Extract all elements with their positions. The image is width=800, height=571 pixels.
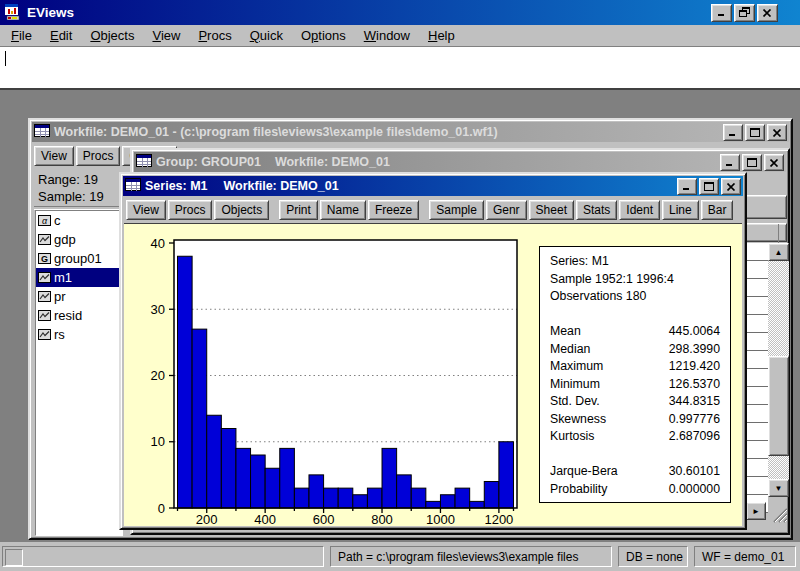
close-icon	[727, 179, 736, 194]
group-close-button[interactable]	[764, 154, 784, 171]
toolbar-button-bar[interactable]: Bar	[701, 200, 734, 220]
group-column-header-fragment	[745, 223, 787, 242]
scrollbar-thumb[interactable]	[768, 356, 789, 456]
group-toolbar-button-fragment[interactable]	[745, 195, 787, 219]
toolbar-button-objects[interactable]: Objects	[214, 200, 269, 220]
svg-text:30: 30	[151, 302, 165, 317]
object-item-label: resid	[54, 308, 82, 323]
app-title: EViews	[27, 5, 74, 20]
series-icon	[38, 329, 51, 340]
object-item-label: gdp	[54, 232, 76, 247]
workfile-maximize-button[interactable]	[745, 124, 765, 141]
workfile-minimize-button[interactable]	[723, 124, 743, 141]
series-minimize-button[interactable]	[677, 178, 697, 195]
toolbar-button-genr[interactable]: Genr	[486, 200, 527, 220]
group-title-bar[interactable]: Group: GROUP01 Workfile: DEMO_01	[134, 152, 786, 172]
group-title-object: Group: GROUP01	[156, 155, 261, 169]
series-content: 01020304020040060080010001200 Series: M1…	[124, 223, 742, 526]
minimize-button[interactable]	[711, 4, 732, 22]
group-spreadsheet-cells-fragment[interactable]	[746, 243, 768, 513]
series-icon	[38, 234, 51, 245]
minimize-icon	[728, 125, 738, 140]
object-item-group01[interactable]: Ggroup01	[36, 249, 122, 268]
object-item-pr[interactable]: pr	[36, 287, 122, 306]
toolbar-button-print[interactable]: Print	[279, 200, 318, 220]
workfile-sample-label: Sample: 19	[38, 189, 104, 204]
toolbar-button-view[interactable]: View	[126, 200, 166, 220]
toolbar-button-procs[interactable]: Procs	[168, 200, 213, 220]
resize-grip-icon[interactable]	[771, 506, 788, 526]
menu-item-view[interactable]: View	[143, 26, 189, 45]
object-item-resid[interactable]: resid	[36, 306, 122, 325]
spreadsheet-row	[747, 243, 768, 261]
group-maximize-button[interactable]	[742, 154, 762, 171]
group-vertical-scrollbar[interactable]: ▲ ▼	[768, 243, 789, 497]
toolbar-group: ViewProcsObjects	[126, 200, 269, 220]
eviews-app-icon[interactable]	[4, 3, 22, 23]
scroll-down-button[interactable]: ▼	[768, 479, 789, 497]
toolbar-button-sheet[interactable]: Sheet	[529, 200, 574, 220]
spreadsheet-row	[747, 261, 768, 279]
restore-button[interactable]	[734, 4, 755, 22]
series-maximize-button[interactable]	[699, 178, 719, 195]
object-item-m1[interactable]: m1	[36, 268, 122, 287]
workfile-close-button[interactable]	[767, 124, 787, 141]
toolbar-group: PrintNameFreeze	[279, 200, 419, 220]
spreadsheet-row	[747, 459, 768, 477]
series-icon	[38, 291, 51, 302]
menu-item-edit[interactable]: Edit	[41, 26, 81, 45]
stat-label: Maximum	[550, 358, 603, 376]
menu-item-file[interactable]: File	[2, 26, 41, 45]
toolbar-button-ident[interactable]: Ident	[619, 200, 660, 220]
group-minimize-button[interactable]	[720, 154, 740, 171]
object-item-gdp[interactable]: gdp	[36, 230, 122, 249]
scroll-right-button[interactable]: ►	[746, 502, 766, 520]
toolbar-button-line[interactable]: Line	[662, 200, 699, 220]
scroll-up-button[interactable]: ▲	[768, 243, 789, 261]
stat-row: Median298.3990	[550, 341, 720, 359]
stat-value: 298.3990	[669, 341, 720, 359]
status-left-box	[5, 549, 23, 566]
workfile-title: Workfile: DEMO_01 - (c:\program files\ev…	[54, 125, 498, 139]
menu-item-help[interactable]: Help	[419, 26, 464, 45]
workfile-title-bar[interactable]: Workfile: DEMO_01 - (c:\program files\ev…	[32, 122, 789, 142]
object-item-label: group01	[54, 251, 102, 266]
object-item-c[interactable]: αc	[36, 211, 122, 230]
stat-value: 0.997776	[669, 411, 720, 429]
series-close-button[interactable]	[721, 178, 741, 195]
close-icon	[763, 5, 772, 20]
status-path-panel: Path = c:\program files\eviews3\example …	[330, 546, 612, 567]
series-icon	[38, 272, 51, 283]
svg-text:20: 20	[151, 368, 165, 383]
main-title-bar: EViews	[0, 0, 800, 25]
svg-text:0: 0	[158, 501, 165, 516]
svg-text:600: 600	[313, 512, 335, 526]
svg-text:40: 40	[151, 236, 165, 251]
minimize-icon	[717, 5, 727, 20]
toolbar-button-name[interactable]: Name	[320, 200, 366, 220]
toolbar-button-stats[interactable]: Stats	[576, 200, 617, 220]
menu-item-procs[interactable]: Procs	[189, 26, 240, 45]
stat-value: 1219.420	[669, 358, 720, 376]
stat-value: 30.60101	[669, 463, 720, 481]
coef-icon: α	[38, 215, 51, 226]
toolbar-button-procs[interactable]: Procs	[76, 146, 121, 166]
toolbar-button-sample[interactable]: Sample	[429, 200, 484, 220]
toolbar-button-freeze[interactable]: Freeze	[368, 200, 419, 220]
command-window[interactable]	[0, 46, 800, 90]
close-button[interactable]	[757, 4, 778, 22]
maximize-icon	[750, 125, 760, 140]
series-window: Series: M1 Workfile: DEMO_01 ViewProcsOb…	[119, 172, 747, 530]
menu-item-window[interactable]: Window	[355, 26, 419, 45]
spreadsheet-row	[747, 423, 768, 441]
object-item-rs[interactable]: rs	[36, 325, 122, 344]
menu-item-options[interactable]: Options	[292, 26, 355, 45]
close-icon	[770, 155, 779, 170]
toolbar-button-view[interactable]: View	[34, 146, 74, 166]
series-title-bar[interactable]: Series: M1 Workfile: DEMO_01	[123, 176, 743, 196]
series-window-icon	[125, 178, 141, 194]
menu-item-objects[interactable]: Objects	[81, 26, 143, 45]
stat-value: 2.687096	[669, 428, 720, 446]
menu-item-quick[interactable]: Quick	[241, 26, 292, 45]
series-toolbar: ViewProcsObjectsPrintNameFreezeSampleGen…	[126, 200, 733, 220]
